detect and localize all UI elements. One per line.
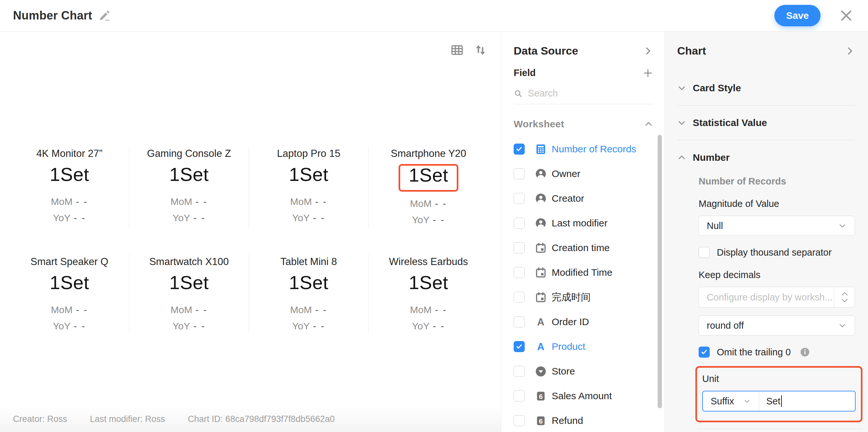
divider bbox=[677, 105, 855, 106]
thousand-separator-row[interactable]: Display thousand separator bbox=[699, 247, 855, 258]
field-checkbox[interactable] bbox=[514, 317, 525, 327]
decimals-stepper[interactable] bbox=[834, 287, 855, 307]
field-row[interactable]: Store bbox=[514, 359, 653, 384]
field-row[interactable]: AOrder ID bbox=[514, 309, 653, 334]
field-checkbox[interactable] bbox=[514, 292, 525, 303]
field-row[interactable]: Modified Time bbox=[514, 260, 653, 285]
field-checkbox[interactable] bbox=[514, 218, 525, 229]
thousand-separator-checkbox[interactable] bbox=[699, 247, 710, 258]
thousand-separator-label: Display thousand separator bbox=[717, 247, 832, 258]
field-row[interactable]: AProduct bbox=[514, 334, 653, 359]
statistical-value-label: Statistical Value bbox=[693, 117, 767, 128]
edit-title-icon[interactable] bbox=[98, 9, 111, 22]
number-card[interactable]: Smartwatch X1001SetMoM- -YoY- - bbox=[129, 254, 249, 334]
yoy-row-label: YoY bbox=[173, 321, 190, 331]
number-card[interactable]: Smart Speaker Q1SetMoM- -YoY- - bbox=[10, 254, 129, 334]
field-checkbox[interactable] bbox=[514, 267, 525, 278]
field-checkbox[interactable] bbox=[514, 168, 525, 179]
sort-icon[interactable] bbox=[474, 43, 487, 57]
omit-trailing-zero-checkbox[interactable] bbox=[699, 346, 710, 358]
creator-label: Creator: Ross bbox=[13, 414, 67, 424]
number-card[interactable]: Gaming Console Z1SetMoM- -YoY- - bbox=[129, 146, 249, 228]
unit-value-input[interactable]: Set bbox=[759, 391, 855, 411]
stepper-down-icon bbox=[841, 299, 848, 303]
field-checkbox[interactable] bbox=[514, 341, 525, 352]
field-label: Owner bbox=[552, 168, 580, 179]
chart-settings-panel: Chart Card Style Statistical Value bbox=[664, 32, 868, 432]
search-input[interactable] bbox=[528, 88, 653, 99]
field-checkbox[interactable] bbox=[514, 391, 525, 401]
magnitude-select[interactable]: Null bbox=[699, 216, 855, 236]
yoy-row-label: YoY bbox=[53, 212, 70, 223]
field-label: Last modifier bbox=[552, 218, 608, 229]
field-list-scrollbar[interactable] bbox=[658, 135, 662, 408]
field-label: Creator bbox=[552, 193, 584, 204]
collapse-group-chevron-up-icon[interactable] bbox=[644, 120, 653, 129]
field-checkbox[interactable] bbox=[514, 143, 525, 155]
section-number[interactable]: Number bbox=[677, 152, 855, 163]
mom-row: MoM- - bbox=[253, 304, 365, 315]
data-source-panel: Data Source Field Worksheet bbox=[501, 32, 664, 432]
field-row[interactable]: Creator bbox=[514, 186, 653, 211]
info-icon[interactable] bbox=[800, 347, 810, 357]
field-row[interactable]: 完成时间 bbox=[514, 285, 653, 309]
field-row[interactable]: 6Sales Amount bbox=[514, 384, 653, 408]
field-label: Order ID bbox=[552, 317, 589, 327]
keep-decimals-label: Keep decimals bbox=[699, 270, 855, 280]
mom-row-value: - - bbox=[195, 304, 208, 315]
canvas-toolbar bbox=[450, 43, 487, 57]
field-row[interactable]: 6Refund bbox=[514, 408, 653, 432]
field-label: Modified Time bbox=[552, 267, 613, 278]
mom-row-label: MoM bbox=[410, 198, 432, 209]
number-card[interactable]: Wireless Earbuds1SetMoM- -YoY- - bbox=[369, 254, 488, 334]
section-statistical-value[interactable]: Statistical Value bbox=[677, 117, 855, 128]
field-search[interactable] bbox=[514, 88, 653, 104]
number-card[interactable]: Laptop Pro 151SetMoM- -YoY- - bbox=[249, 146, 369, 228]
card-value: 1Set bbox=[50, 164, 89, 185]
card-title: Wireless Earbuds bbox=[373, 256, 485, 268]
close-icon[interactable] bbox=[839, 8, 854, 23]
mom-row-label: MoM bbox=[171, 304, 192, 315]
unit-label: Unit bbox=[702, 373, 856, 384]
field-label: Number of Records bbox=[552, 143, 636, 155]
field-label: 完成时间 bbox=[552, 291, 591, 304]
data-source-title: Data Source bbox=[514, 44, 578, 57]
collapse-settings-chevron-right-icon[interactable] bbox=[845, 46, 855, 56]
person-icon bbox=[535, 193, 547, 205]
decimals-input[interactable]: Configure display by worksh... bbox=[699, 287, 855, 308]
chart-settings-title: Chart bbox=[677, 44, 706, 57]
save-button[interactable]: Save bbox=[774, 5, 820, 26]
field-checkbox[interactable] bbox=[514, 193, 525, 204]
omit-trailing-zero-row[interactable]: Omit the trailing 0 bbox=[699, 346, 855, 358]
field-row[interactable]: Last modifier bbox=[514, 211, 653, 235]
field-checkbox[interactable] bbox=[514, 366, 525, 377]
calendar-icon bbox=[535, 242, 547, 254]
stepper-up-icon bbox=[841, 292, 848, 296]
rounding-select-value: round off bbox=[707, 320, 744, 331]
yoy-row-label: YoY bbox=[53, 321, 70, 331]
rounding-select[interactable]: round off bbox=[699, 315, 855, 335]
number-card[interactable]: 4K Monitor 27”1SetMoM- -YoY- - bbox=[10, 146, 129, 228]
svg-text:6: 6 bbox=[539, 392, 543, 400]
yoy-row-value: - - bbox=[193, 212, 206, 223]
mom-row: MoM- - bbox=[133, 304, 245, 315]
collapse-panel-chevron-right-icon[interactable] bbox=[643, 46, 653, 56]
field-checkbox[interactable] bbox=[514, 242, 525, 253]
yoy-row-label: YoY bbox=[292, 212, 310, 223]
field-row[interactable]: Creation time bbox=[514, 235, 653, 260]
svg-text:A: A bbox=[537, 341, 544, 353]
number-card[interactable]: Smartphone Y201SetMoM- -YoY- - bbox=[369, 146, 488, 228]
table-view-icon[interactable] bbox=[450, 43, 464, 57]
add-field-plus-icon[interactable] bbox=[643, 68, 653, 78]
mom-row-label: MoM bbox=[410, 304, 432, 315]
number-field-icon: 6 bbox=[535, 390, 547, 402]
unit-annotation-box: Unit Suffix Set bbox=[695, 366, 863, 422]
yoy-row: YoY- - bbox=[14, 321, 125, 332]
field-row[interactable]: Number of Records bbox=[514, 137, 653, 161]
svg-text:6: 6 bbox=[539, 417, 543, 425]
section-card-style[interactable]: Card Style bbox=[677, 82, 855, 94]
number-card[interactable]: Tablet Mini 81SetMoM- -YoY- - bbox=[249, 254, 369, 334]
field-row[interactable]: Owner bbox=[514, 161, 653, 186]
field-checkbox[interactable] bbox=[514, 415, 525, 426]
unit-position-select[interactable]: Suffix bbox=[703, 391, 759, 411]
